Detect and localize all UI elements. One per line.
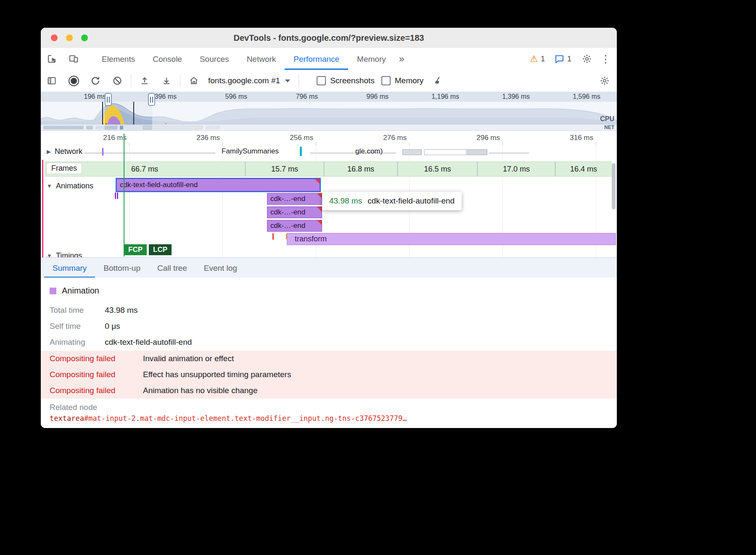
animating-label: Animating [50, 338, 103, 347]
selection-handle-right[interactable] [148, 93, 155, 106]
tab-elements[interactable]: Elements [93, 48, 144, 70]
chevron-down-icon[interactable] [285, 79, 290, 82]
expand-arrow-icon[interactable]: ▼ [47, 253, 52, 257]
animating-row: Animating cdk-text-field-autofill-end [50, 338, 192, 347]
overflow-menu-icon[interactable]: ⋮ [600, 53, 611, 65]
page-selector[interactable]: fonts.google.com #1 [208, 76, 280, 85]
overview-time: 1,596 ms [556, 92, 600, 101]
tab-performance[interactable]: Performance [285, 48, 348, 70]
animation-event-bar-selected[interactable]: cdk-text-field-autofill-end [116, 179, 320, 191]
animations-track-header[interactable]: ▼ Animations [45, 182, 95, 190]
animating-value: cdk-text-field-autofill-end [105, 338, 192, 346]
load-profile-icon[interactable] [139, 75, 150, 86]
warning-label: Compositing failed [50, 354, 143, 363]
more-tabs-icon[interactable]: » [395, 53, 409, 65]
overview-time: 1,196 ms [415, 92, 459, 101]
overview-dim-left [41, 102, 105, 130]
warning-corner-icon [315, 179, 320, 184]
devtools-tabbar: Elements Console Sources Network Perform… [41, 48, 617, 70]
tab-event-log[interactable]: Event log [196, 258, 246, 278]
save-profile-icon[interactable] [161, 75, 172, 86]
lcp-badge[interactable]: LCP [149, 244, 172, 255]
overview-dim-right [152, 102, 617, 130]
inspect-element-icon[interactable] [46, 53, 57, 64]
frame-duration[interactable]: 16.8 ms [324, 162, 397, 176]
ruler-tick-label: 276 ms [369, 134, 407, 142]
record-button[interactable] [68, 75, 79, 86]
animation-tick [115, 193, 116, 199]
self-time-label: Self time [50, 322, 103, 331]
related-node-link[interactable]: textarea#mat-input-2.mat-mdc-input-eleme… [50, 414, 407, 423]
timeline-overview[interactable]: 196 ms 396 ms 596 ms 796 ms 996 ms 1,196… [41, 92, 617, 130]
details-tabbar: Summary Bottom-up Call tree Event log [41, 257, 617, 278]
total-time-label: Total time [50, 306, 103, 315]
tab-sources[interactable]: Sources [191, 48, 238, 70]
performance-toolbar: fonts.google.com #1 Screenshots Memory [41, 70, 617, 92]
flamechart-tracks[interactable]: ▶ Network FamilySummaries gle.com) 66.7 … [41, 145, 617, 257]
memory-label: Memory [395, 76, 424, 85]
tab-memory[interactable]: Memory [348, 48, 395, 70]
ruler-tick-label: 236 ms [182, 134, 220, 142]
track-highlight-line [42, 160, 43, 257]
frame-duration[interactable]: 16.4 ms [555, 162, 612, 176]
toolbar-divider [299, 74, 299, 87]
animation-event-label: cdk-…-end [270, 222, 305, 230]
reload-and-record-icon[interactable] [90, 75, 101, 86]
timings-track-header[interactable]: ▼ Timings [45, 251, 84, 257]
total-time-row: Total time 43.98 ms [50, 306, 137, 315]
collect-garbage-icon[interactable] [433, 75, 444, 86]
device-toolbar-icon[interactable] [68, 53, 79, 64]
network-request-label[interactable]: gle.com) [355, 147, 383, 156]
collapse-arrow-icon[interactable]: ▶ [47, 148, 51, 155]
network-request-bar[interactable] [402, 149, 422, 155]
clear-recording-icon[interactable] [112, 75, 123, 86]
window-title: DevTools - fonts.google.com/?preview.siz… [41, 28, 617, 48]
frame-duration[interactable]: 16.5 ms [397, 162, 477, 176]
fcp-badge[interactable]: FCP [124, 244, 147, 255]
titlebar: DevTools - fonts.google.com/?preview.siz… [41, 28, 617, 48]
vertical-scrollbar[interactable] [612, 163, 616, 209]
animation-event-bar[interactable]: cdk-…-end [267, 206, 322, 218]
home-icon[interactable] [188, 75, 199, 86]
toolbar-divider [131, 74, 131, 87]
warning-label: Compositing failed [50, 386, 143, 395]
ruler-tick-label: 216 ms [89, 134, 127, 142]
frames-track[interactable]: 66.7 ms 15.7 ms 16.8 ms 16.5 ms 17.0 ms … [44, 161, 612, 177]
issues-counter[interactable]: 1 [554, 54, 571, 64]
network-request-bar[interactable] [424, 149, 487, 155]
frame-duration[interactable]: 15.7 ms [245, 162, 324, 176]
warning-row: Compositing failed Animation has no visi… [41, 383, 617, 399]
network-request-tick[interactable] [300, 147, 302, 156]
memory-checkbox[interactable] [381, 76, 391, 85]
self-time-row: Self time 0 μs [50, 322, 120, 331]
warning-label: Compositing failed [50, 370, 143, 379]
warnings-counter[interactable]: ⚠ 1 [530, 54, 545, 64]
message-bubble-icon [554, 54, 564, 64]
frame-duration[interactable]: 17.0 ms [477, 162, 555, 176]
expand-arrow-icon[interactable]: ▼ [47, 183, 52, 189]
warning-corner-icon [317, 220, 322, 225]
tab-call-tree[interactable]: Call tree [149, 258, 196, 278]
tab-bottom-up[interactable]: Bottom-up [95, 258, 149, 278]
settings-gear-icon[interactable] [582, 53, 592, 64]
net-activity-bar [120, 126, 123, 130]
warning-row: Compositing failed Effect has unsupporte… [41, 367, 617, 383]
selection-handle-left[interactable] [105, 93, 112, 106]
animation-event-label: cdk-…-end [270, 208, 305, 216]
animation-event-label: cdk-text-field-autofill-end [120, 181, 198, 189]
animation-event-bar[interactable]: cdk-…-end [267, 220, 322, 232]
tab-network[interactable]: Network [238, 48, 285, 70]
animation-event-label: cdk-…-end [270, 195, 305, 203]
network-request-label[interactable]: FamilySummaries [222, 147, 279, 156]
tab-summary[interactable]: Summary [44, 258, 95, 278]
tooltip-title: cdk-text-field-autofill-end [367, 196, 455, 206]
warning-reason: Animation has no visible change [143, 386, 258, 395]
animation-event-bar[interactable]: cdk-…-end [267, 193, 322, 205]
tab-console[interactable]: Console [144, 48, 191, 70]
capture-settings-gear-icon[interactable] [599, 75, 610, 86]
screenshots-checkbox[interactable] [317, 76, 326, 85]
transform-animation-bar[interactable]: transform [287, 233, 616, 245]
toggle-sidebar-icon[interactable] [46, 75, 57, 86]
warning-row: Compositing failed Invalid animation or … [41, 351, 617, 367]
network-track-header[interactable]: ▶ Network [45, 147, 84, 156]
